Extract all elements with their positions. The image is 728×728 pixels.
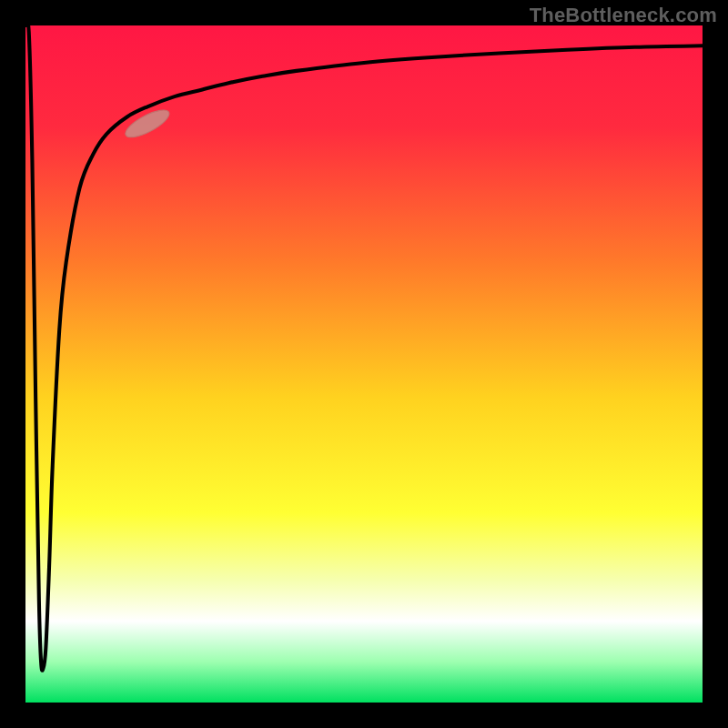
svg-point-1 [122,105,173,142]
watermark-text: TheBottleneck.com [530,4,717,27]
plot-area [25,25,703,703]
chart-frame: TheBottleneck.com [0,0,728,728]
bottleneck-curve [25,25,703,703]
